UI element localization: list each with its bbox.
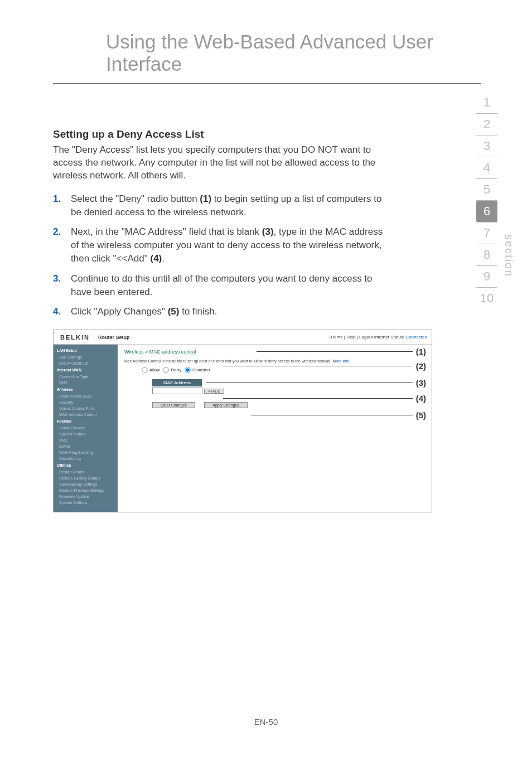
callout-5: (5): [416, 410, 426, 420]
sidebar-item[interactable]: Restart Router: [54, 469, 118, 475]
mac-header: MAC Address: [152, 379, 202, 386]
disabled-radio[interactable]: [185, 367, 190, 372]
allow-radio[interactable]: [142, 367, 147, 372]
sidebar-header: LAN Setup: [54, 347, 118, 354]
callout-3: (3): [416, 378, 426, 388]
sidebar-item[interactable]: Channel and SSID: [54, 393, 118, 399]
section-nav-8[interactable]: 8: [476, 244, 497, 266]
belkin-logo: BELKIN: [54, 334, 98, 341]
sidebar-item[interactable]: WAN Ping Blocking: [54, 449, 118, 456]
sidebar-header: Internet WAN: [54, 366, 118, 374]
sidebar-item[interactable]: Restore Previous Settings: [54, 487, 118, 493]
sidebar-item[interactable]: Security: [54, 399, 118, 405]
callout-line-4: [223, 398, 413, 399]
apply-changes-button[interactable]: Apply Changes: [204, 402, 247, 408]
router-screenshot: BELKIN Router Setup Home | Help | Logout…: [53, 330, 432, 512]
section-nav-6[interactable]: 6: [476, 201, 497, 222]
callout-line-5: [251, 415, 413, 415]
status-connected: Connected: [405, 335, 427, 340]
sidebar-item[interactable]: Connection Type: [54, 374, 118, 380]
section-nav: 12345678910: [476, 92, 497, 309]
callout-line-2: [223, 366, 413, 366]
top-links: Home | Help | Logout Internet Status: Co…: [331, 335, 432, 340]
steps-list: 1. Select the "Deny" radio button (1) to…: [53, 192, 390, 318]
step-text: Continue to do this until all of the com…: [71, 272, 390, 299]
sidebar-item[interactable]: Client IP Filters: [54, 431, 118, 437]
sidebar-item[interactable]: Restore Factory Default: [54, 475, 118, 481]
content-area: Setting up a Deny Access List The "Deny …: [0, 84, 390, 512]
sidebar-item[interactable]: Use as Access Point: [54, 405, 118, 412]
more-info-link[interactable]: More Info: [333, 359, 350, 363]
clear-changes-button[interactable]: Clear Changes: [152, 402, 195, 408]
sidebar-item[interactable]: DNS: [54, 380, 118, 386]
step-number: 1.: [53, 192, 71, 219]
callout-4: (4): [416, 394, 426, 403]
sidebar-item[interactable]: DHCP Client List: [54, 360, 118, 366]
allow-label: Allow: [149, 367, 160, 372]
sidebar-item[interactable]: Security Log: [54, 456, 118, 462]
step-1: 1. Select the "Deny" radio button (1) to…: [53, 192, 390, 219]
step-2: 2. Next, in the "MAC Address" field that…: [53, 225, 390, 265]
deny-radio[interactable]: [163, 367, 169, 372]
breadcrumb: Wireless > MAC address control: [124, 349, 425, 355]
sidebar-item[interactable]: System Settings: [54, 500, 118, 506]
section-nav-4[interactable]: 4: [476, 157, 497, 179]
section-nav-7[interactable]: 7: [476, 222, 497, 244]
step-text: Select the "Deny" radio button (1) to be…: [71, 192, 390, 219]
step-text: Next, in the "MAC Address" field that is…: [71, 225, 390, 265]
sidebar-item[interactable]: LAN Settings: [54, 354, 118, 360]
step-text: Click "Apply Changes" (5) to finish.: [71, 305, 390, 318]
step-number: 2.: [53, 225, 71, 265]
screenshot-main: Wireless > MAC address control Mac Addre…: [118, 345, 432, 512]
section-nav-3[interactable]: 3: [476, 135, 497, 157]
sidebar-item[interactable]: Virtual Servers: [54, 425, 118, 431]
section-nav-10[interactable]: 10: [476, 288, 497, 309]
sidebar-item[interactable]: Save/Backup Settings: [54, 481, 118, 487]
disabled-label: Disabled: [192, 367, 210, 372]
step-number: 4.: [53, 305, 71, 318]
radio-row: Allow Deny Disabled: [141, 366, 425, 374]
section-nav-5[interactable]: 5: [476, 179, 497, 201]
section-nav-2[interactable]: 2: [476, 114, 497, 135]
deny-label: Deny: [171, 367, 182, 372]
sidebar-header: Utilities: [54, 462, 118, 469]
screenshot-sidebar: LAN SetupLAN SettingsDHCP Client ListInt…: [54, 345, 118, 512]
sidebar-item[interactable]: Firmware Update: [54, 493, 118, 500]
section-nav-9[interactable]: 9: [476, 266, 497, 288]
intro-text: The "Deny Access" list lets you specify …: [53, 144, 390, 182]
sidebar-item[interactable]: DMZ: [54, 437, 118, 443]
sidebar-item[interactable]: MAC Address Control: [54, 412, 118, 418]
mac-desc: Mac Address Control is the ability to se…: [124, 359, 425, 363]
section-label: section: [502, 234, 515, 277]
callout-1: (1): [416, 347, 426, 356]
step-3: 3. Continue to do this until all of the …: [53, 272, 390, 299]
sidebar-header: Wireless: [54, 386, 118, 393]
section-nav-1[interactable]: 1: [476, 92, 497, 114]
step-number: 3.: [53, 272, 71, 299]
callout-line-1: [257, 351, 413, 352]
sidebar-header: Firewall: [54, 418, 118, 425]
sidebar-item[interactable]: DDNS: [54, 443, 118, 449]
section-heading: Setting up a Deny Access List: [53, 128, 390, 141]
step-4: 4. Click "Apply Changes" (5) to finish.: [53, 305, 390, 318]
page-title: Using the Web-Based Advanced User Interf…: [53, 0, 481, 84]
page-number: EN-50: [0, 717, 532, 727]
screenshot-topbar: BELKIN Router Setup Home | Help | Logout…: [54, 330, 432, 345]
add-button[interactable]: <<ADD: [204, 389, 225, 394]
callout-line-3: [206, 383, 413, 383]
callout-2: (2): [416, 361, 426, 371]
router-setup-label: Router Setup: [98, 335, 130, 340]
mac-input[interactable]: [152, 388, 202, 394]
